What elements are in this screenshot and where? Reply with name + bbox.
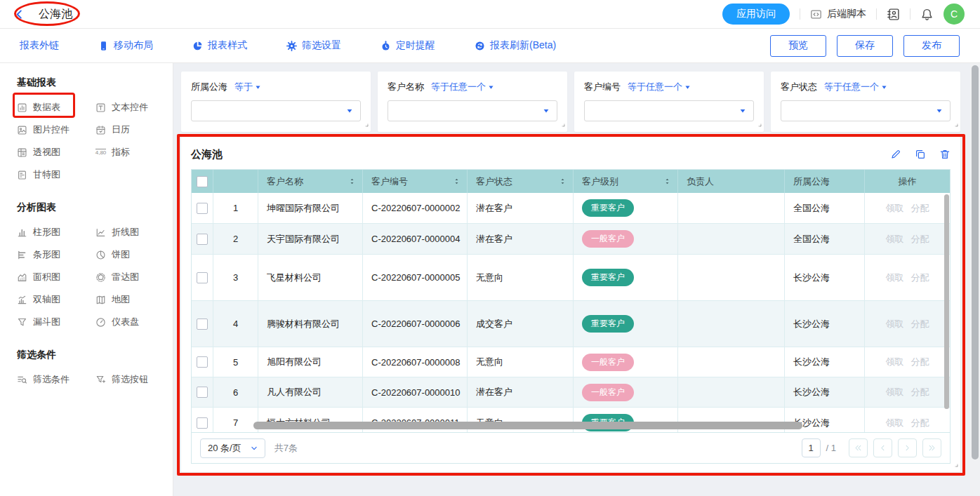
assign-link[interactable]: 分配 xyxy=(911,272,929,284)
filter-operator-select[interactable]: 等于任意一个 xyxy=(824,81,887,93)
assign-link[interactable]: 分配 xyxy=(911,233,929,246)
filter-value-select[interactable] xyxy=(191,100,361,121)
current-page-input[interactable]: 1 xyxy=(802,438,821,457)
resize-handle[interactable] xyxy=(951,458,959,471)
sort-icon[interactable] xyxy=(348,177,356,185)
sidebar-item-line-chart[interactable]: 折线图 xyxy=(95,221,143,243)
save-button[interactable]: 保存 xyxy=(837,35,893,57)
filter-widget-3[interactable]: 客户编号等于任意一个 xyxy=(574,72,764,132)
sidebar-item-gauge[interactable]: 仪表盘 xyxy=(95,311,143,333)
filter-widget-1[interactable]: 所属公海等于 xyxy=(181,72,371,132)
claim-link[interactable]: 领取 xyxy=(886,417,904,429)
sidebar-item-pivot-table[interactable]: 透视图 xyxy=(17,141,65,163)
toolbar-item-4[interactable]: 筛选设置 xyxy=(286,39,341,52)
first-page-button[interactable] xyxy=(849,438,868,457)
row-checkbox[interactable] xyxy=(197,319,208,330)
contacts-button[interactable] xyxy=(887,8,900,21)
back-button[interactable] xyxy=(14,9,25,20)
pivot-table-icon xyxy=(17,147,27,158)
last-page-button[interactable] xyxy=(922,438,941,457)
sidebar-item-filter-button[interactable]: 筛选按钮 xyxy=(95,368,152,391)
backend-script-button[interactable]: 后端脚本 xyxy=(810,8,866,20)
select-all-checkbox[interactable] xyxy=(197,176,208,187)
sort-icon[interactable] xyxy=(559,177,567,185)
table-vertical-scrollbar[interactable] xyxy=(944,194,949,409)
resize-handle[interactable] xyxy=(558,118,566,130)
assign-link[interactable]: 分配 xyxy=(911,318,929,330)
toolbar-item-1[interactable]: 报表外链 xyxy=(20,39,59,52)
claim-link[interactable]: 领取 xyxy=(886,202,904,215)
toolbar-item-5[interactable]: 定时提醒 xyxy=(380,39,435,52)
resize-handle[interactable] xyxy=(362,118,369,130)
sidebar-item-text-widget[interactable]: 文本控件 xyxy=(95,96,152,119)
sidebar-item-metric[interactable]: 4,80指标 xyxy=(95,141,134,163)
page-size-select[interactable]: 20 条/页 xyxy=(200,438,265,458)
cell-customer-name: 旭阳有限公司 xyxy=(258,347,363,377)
resize-handle[interactable] xyxy=(951,118,959,130)
sidebar-item-image-widget[interactable]: 图片控件 xyxy=(17,119,74,141)
assign-link[interactable]: 分配 xyxy=(911,356,929,368)
claim-link[interactable]: 领取 xyxy=(886,356,904,368)
sidebar-item-column-chart[interactable]: 柱形图 xyxy=(17,221,65,243)
sidebar-item-funnel-chart[interactable]: 漏斗图 xyxy=(17,311,65,333)
cell-owner xyxy=(678,255,785,300)
row-checkbox[interactable] xyxy=(197,356,208,368)
table-widget-card[interactable]: 公海池 客户名称客户编号客户状态客户级别负责人所属公海操作 1坤曜国际有限公司C… xyxy=(181,137,960,472)
filter-operator-select[interactable]: 等于 xyxy=(234,81,261,93)
filter-value-select[interactable] xyxy=(584,100,754,121)
filter-operator-select[interactable]: 等于任意一个 xyxy=(431,81,494,93)
preview-button[interactable]: 预览 xyxy=(770,35,826,57)
row-checkbox[interactable] xyxy=(197,203,208,214)
edit-table-button[interactable] xyxy=(890,149,901,160)
sidebar-item-area-chart[interactable]: 面积图 xyxy=(17,266,65,288)
sidebar-item-pie-chart[interactable]: 饼图 xyxy=(95,243,134,266)
cell-customer-code: C-20220607-0000006 xyxy=(363,301,468,347)
pg-prev-icon xyxy=(878,443,887,453)
filter-widget-4[interactable]: 客户状态等于任意一个 xyxy=(771,72,960,132)
delete-table-button[interactable] xyxy=(939,149,951,160)
table-horizontal-scrollbar[interactable] xyxy=(253,422,802,429)
sidebar-item-data-table[interactable]: 数据表 xyxy=(17,96,65,119)
sidebar-item-radar-chart[interactable]: 雷达图 xyxy=(95,266,143,288)
assign-link[interactable]: 分配 xyxy=(911,417,929,429)
row-checkbox[interactable] xyxy=(197,234,208,245)
sidebar-item-calendar[interactable]: 日历 xyxy=(95,119,134,141)
copy-table-button[interactable] xyxy=(915,149,926,160)
filter-operator-select[interactable]: 等于任意一个 xyxy=(628,81,691,93)
cell-customer-code: C-20220607-0000002 xyxy=(363,193,468,223)
next-page-button[interactable] xyxy=(898,438,917,457)
page-scrollbar[interactable] xyxy=(970,63,980,496)
sidebar-item-map[interactable]: 地图 xyxy=(95,288,134,311)
filter-value-select[interactable] xyxy=(388,100,557,121)
user-avatar[interactable]: C xyxy=(943,4,965,25)
claim-link[interactable]: 领取 xyxy=(886,386,904,398)
sidebar-item-gantt[interactable]: 甘特图 xyxy=(17,163,65,186)
sort-icon[interactable] xyxy=(453,177,461,185)
prev-page-button[interactable] xyxy=(873,438,892,457)
sidebar-item-dual-axis[interactable]: 双轴图 xyxy=(17,288,65,311)
page-scrollbar-thumb[interactable] xyxy=(972,65,979,460)
assign-link[interactable]: 分配 xyxy=(911,386,929,398)
cell-pool: 长沙公海 xyxy=(785,347,865,377)
claim-link[interactable]: 领取 xyxy=(886,272,904,284)
publish-button[interactable]: 发布 xyxy=(903,35,960,57)
row-checkbox[interactable] xyxy=(197,417,208,429)
assign-link[interactable]: 分配 xyxy=(911,202,929,215)
sidebar-item-filter-condition[interactable]: 筛选条件 xyxy=(17,368,74,391)
app-access-button[interactable]: 应用访问 xyxy=(722,4,790,25)
claim-link[interactable]: 领取 xyxy=(886,318,904,330)
sort-icon[interactable] xyxy=(663,177,671,185)
toolbar-item-6[interactable]: 报表刷新(Beta) xyxy=(475,39,556,52)
toolbar-item-label: 移动布局 xyxy=(114,39,153,52)
sidebar-item-bar-chart[interactable]: 条形图 xyxy=(17,243,65,266)
filter-widget-2[interactable]: 客户名称等于任意一个 xyxy=(378,72,567,132)
toolbar-item-3[interactable]: 报表样式 xyxy=(192,39,247,52)
total-pages-label: / 1 xyxy=(826,443,836,453)
claim-link[interactable]: 领取 xyxy=(886,233,904,246)
notifications-button[interactable] xyxy=(920,8,934,21)
resize-handle[interactable] xyxy=(755,118,762,130)
row-checkbox[interactable] xyxy=(197,387,208,398)
row-checkbox[interactable] xyxy=(197,272,208,283)
toolbar-item-2[interactable]: 移动布局 xyxy=(98,39,153,52)
filter-value-select[interactable] xyxy=(781,100,951,121)
